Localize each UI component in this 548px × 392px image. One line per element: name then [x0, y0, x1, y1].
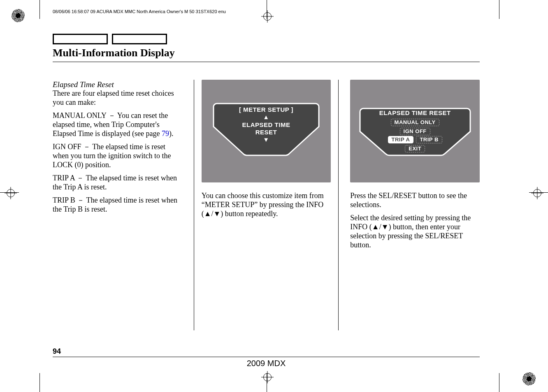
trip-b-para: TRIP B － The elapsed time is reset when … [53, 196, 182, 214]
menu-opt-ign-off: IGN OFF [400, 128, 430, 135]
page-title: Multi-Information Display [53, 47, 480, 59]
column-right: ELAPSED TIME RESET MANUAL ONLY IGN OFF T… [347, 80, 480, 330]
title-underline [53, 62, 480, 62]
mid-screen-line-1: [ METER SETUP ] [213, 106, 320, 113]
menu-opt-trip-a-selected: TRIP A [388, 136, 414, 143]
mid-screen-figure: [ METER SETUP ] ▲ ELAPSED TIME RESET ▼ [202, 80, 331, 182]
registration-mark-icon [12, 9, 25, 22]
manual-only-para: MANUAL ONLY － You can reset the elapsed … [53, 111, 182, 138]
page-number: 94 [53, 347, 61, 356]
subheading-elapsed-time-reset: Elapsed Time Reset [53, 80, 182, 89]
registration-mark-icon [522, 372, 536, 385]
trip-a-para: TRIP A － The elapsed time is reset when … [53, 174, 182, 192]
crop-mark [499, 373, 499, 392]
crosshair-icon [263, 12, 272, 21]
column-left: Elapsed Time Reset There are four elapse… [53, 80, 186, 330]
crop-mark [499, 0, 499, 19]
mid-screen-line-3: RESET [213, 129, 320, 136]
page-link-79[interactable]: 79 [162, 129, 169, 138]
mid-caption: You can choose this customize item from … [202, 191, 331, 219]
crosshair-icon [7, 189, 15, 197]
mid-screen-line-2: ELAPSED TIME [213, 121, 320, 129]
chapter-tab-box [112, 34, 167, 44]
footer-model: 2009 MDX [53, 357, 480, 368]
doc-header-meta: 08/06/06 16:58:07 09 ACURA MDX MMC North… [53, 9, 226, 14]
manual-only-text-end: ). [169, 129, 174, 138]
menu-opt-trip-b: TRIP B [416, 136, 442, 143]
chapter-tab-box [53, 34, 108, 44]
menu-opt-manual-only: MANUAL ONLY [391, 119, 439, 126]
ign-off-para: IGN OFF － The elapsed time is reset when… [53, 143, 182, 170]
manual-only-text: MANUAL ONLY － You can reset the elapsed … [53, 111, 168, 138]
column-middle: [ METER SETUP ] ▲ ELAPSED TIME RESET ▼ Y… [194, 80, 339, 330]
crosshair-icon [533, 189, 541, 197]
menu-title: ELAPSED TIME RESET [359, 109, 471, 117]
intro-para: There are four elapsed time reset choice… [53, 89, 182, 107]
right-caption-2: Select the desired setting by pressing t… [350, 214, 480, 250]
crosshair-icon [263, 373, 272, 381]
down-arrow-icon: ▼ [213, 136, 320, 143]
crop-mark [39, 0, 40, 19]
up-arrow-icon: ▲ [213, 113, 320, 121]
menu-opt-exit: EXIT [405, 145, 425, 152]
right-caption-1: Press the SEL/RESET button to see the se… [350, 191, 480, 210]
crop-mark [39, 373, 40, 392]
menu-screen-figure: ELAPSED TIME RESET MANUAL ONLY IGN OFF T… [350, 80, 480, 182]
